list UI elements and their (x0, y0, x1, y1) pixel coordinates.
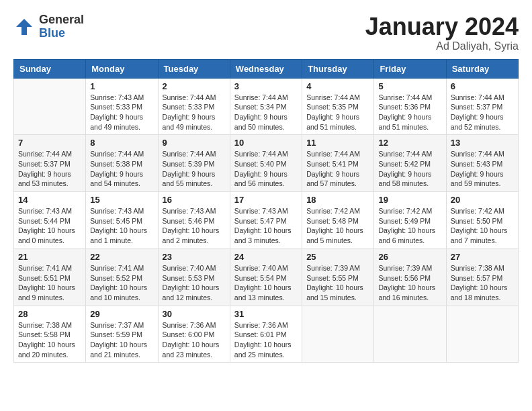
day-number: 23 (163, 252, 226, 262)
calendar-week-row: 28Sunrise: 7:38 AMSunset: 5:58 PMDayligh… (14, 306, 519, 363)
day-number: 20 (451, 195, 514, 205)
calendar-cell: 5Sunrise: 7:44 AMSunset: 5:36 PMDaylight… (374, 78, 446, 135)
day-detail: Sunrise: 7:44 AMSunset: 5:35 PMDaylight:… (306, 93, 369, 132)
day-number: 29 (90, 309, 153, 319)
logo-blue-text: Blue (39, 27, 84, 40)
day-number: 8 (90, 138, 153, 148)
calendar-cell: 7Sunrise: 7:44 AMSunset: 5:37 PMDaylight… (14, 135, 86, 192)
day-detail: Sunrise: 7:42 AMSunset: 5:49 PMDaylight:… (378, 206, 441, 246)
calendar-cell: 24Sunrise: 7:40 AMSunset: 5:54 PMDayligh… (230, 248, 302, 306)
calendar-cell: 2Sunrise: 7:44 AMSunset: 5:33 PMDaylight… (158, 78, 230, 135)
day-detail: Sunrise: 7:40 AMSunset: 5:54 PMDaylight:… (234, 263, 298, 303)
calendar-week-row: 7Sunrise: 7:44 AMSunset: 5:37 PMDaylight… (14, 135, 519, 192)
calendar-cell: 9Sunrise: 7:44 AMSunset: 5:39 PMDaylight… (158, 135, 230, 192)
calendar-cell: 1Sunrise: 7:43 AMSunset: 5:33 PMDaylight… (86, 78, 158, 135)
calendar-week-row: 21Sunrise: 7:41 AMSunset: 5:51 PMDayligh… (14, 248, 519, 306)
day-detail: Sunrise: 7:41 AMSunset: 5:51 PMDaylight:… (18, 263, 81, 303)
day-number: 9 (163, 138, 226, 148)
day-detail: Sunrise: 7:43 AMSunset: 5:46 PMDaylight:… (163, 206, 226, 246)
logo-general-text: General (39, 13, 84, 27)
calendar-cell: 16Sunrise: 7:43 AMSunset: 5:46 PMDayligh… (158, 192, 230, 249)
day-detail: Sunrise: 7:44 AMSunset: 5:42 PMDaylight:… (378, 149, 441, 189)
day-number: 21 (18, 252, 81, 262)
calendar-cell: 31Sunrise: 7:36 AMSunset: 6:01 PMDayligh… (230, 306, 302, 363)
calendar-cell: 28Sunrise: 7:38 AMSunset: 5:58 PMDayligh… (14, 306, 86, 363)
weekday-header-saturday: Saturday (446, 59, 518, 78)
calendar-cell: 26Sunrise: 7:39 AMSunset: 5:56 PMDayligh… (374, 248, 446, 306)
day-number: 31 (234, 309, 298, 319)
day-detail: Sunrise: 7:37 AMSunset: 5:59 PMDaylight:… (90, 320, 153, 360)
calendar-cell (446, 306, 518, 363)
day-number: 15 (90, 195, 153, 205)
day-number: 26 (378, 252, 441, 262)
calendar-week-row: 14Sunrise: 7:43 AMSunset: 5:44 PMDayligh… (14, 192, 519, 249)
day-number: 4 (306, 81, 369, 91)
day-number: 3 (234, 81, 298, 91)
calendar-cell: 15Sunrise: 7:43 AMSunset: 5:45 PMDayligh… (86, 192, 158, 249)
day-detail: Sunrise: 7:44 AMSunset: 5:40 PMDaylight:… (234, 149, 298, 189)
calendar-cell (302, 306, 374, 363)
day-detail: Sunrise: 7:42 AMSunset: 5:48 PMDaylight:… (306, 206, 369, 246)
day-detail: Sunrise: 7:43 AMSunset: 5:33 PMDaylight:… (90, 93, 153, 132)
calendar-cell (14, 78, 86, 135)
logo-icon (13, 16, 35, 38)
day-number: 11 (306, 138, 369, 148)
calendar-cell: 10Sunrise: 7:44 AMSunset: 5:40 PMDayligh… (230, 135, 302, 192)
day-number: 17 (234, 195, 298, 205)
calendar-cell: 12Sunrise: 7:44 AMSunset: 5:42 PMDayligh… (374, 135, 446, 192)
calendar-cell: 30Sunrise: 7:36 AMSunset: 6:00 PMDayligh… (158, 306, 230, 363)
day-detail: Sunrise: 7:39 AMSunset: 5:55 PMDaylight:… (306, 263, 369, 303)
main-title: January 2024 (365, 13, 519, 40)
day-number: 5 (378, 81, 441, 91)
calendar-cell: 13Sunrise: 7:44 AMSunset: 5:43 PMDayligh… (446, 135, 518, 192)
day-detail: Sunrise: 7:44 AMSunset: 5:36 PMDaylight:… (378, 93, 441, 132)
day-detail: Sunrise: 7:44 AMSunset: 5:41 PMDaylight:… (306, 149, 369, 189)
day-number: 10 (234, 138, 298, 148)
day-number: 18 (306, 195, 369, 205)
day-number: 14 (18, 195, 81, 205)
day-detail: Sunrise: 7:42 AMSunset: 5:50 PMDaylight:… (451, 206, 514, 246)
weekday-header-thursday: Thursday (302, 59, 374, 78)
calendar-cell: 3Sunrise: 7:44 AMSunset: 5:34 PMDaylight… (230, 78, 302, 135)
title-block: January 2024 Ad Daliyah, Syria (365, 13, 519, 52)
day-detail: Sunrise: 7:44 AMSunset: 5:38 PMDaylight:… (90, 149, 153, 189)
weekday-header-friday: Friday (374, 59, 446, 78)
calendar-cell: 17Sunrise: 7:43 AMSunset: 5:47 PMDayligh… (230, 192, 302, 249)
logo-text: General Blue (39, 13, 84, 40)
day-number: 1 (90, 81, 153, 91)
page-header: General Blue January 2024 Ad Daliyah, Sy… (13, 13, 519, 52)
day-detail: Sunrise: 7:43 AMSunset: 5:44 PMDaylight:… (18, 206, 81, 246)
weekday-header-sunday: Sunday (14, 59, 86, 78)
calendar-body: 1Sunrise: 7:43 AMSunset: 5:33 PMDaylight… (14, 78, 519, 363)
calendar-cell: 4Sunrise: 7:44 AMSunset: 5:35 PMDaylight… (302, 78, 374, 135)
day-detail: Sunrise: 7:40 AMSunset: 5:53 PMDaylight:… (163, 263, 226, 303)
day-detail: Sunrise: 7:41 AMSunset: 5:52 PMDaylight:… (90, 263, 153, 303)
day-number: 6 (451, 81, 514, 91)
day-number: 25 (306, 252, 369, 262)
day-detail: Sunrise: 7:38 AMSunset: 5:58 PMDaylight:… (18, 320, 81, 360)
day-number: 2 (163, 81, 226, 91)
day-number: 12 (378, 138, 441, 148)
calendar-table: SundayMondayTuesdayWednesdayThursdayFrid… (13, 59, 519, 363)
calendar-cell: 27Sunrise: 7:38 AMSunset: 5:57 PMDayligh… (446, 248, 518, 306)
calendar-cell: 11Sunrise: 7:44 AMSunset: 5:41 PMDayligh… (302, 135, 374, 192)
day-number: 13 (451, 138, 514, 148)
day-number: 30 (163, 309, 226, 319)
day-detail: Sunrise: 7:44 AMSunset: 5:33 PMDaylight:… (163, 93, 226, 132)
logo: General Blue (13, 13, 84, 40)
day-detail: Sunrise: 7:44 AMSunset: 5:37 PMDaylight:… (18, 149, 81, 189)
weekday-header-monday: Monday (86, 59, 158, 78)
day-detail: Sunrise: 7:44 AMSunset: 5:39 PMDaylight:… (163, 149, 226, 189)
day-detail: Sunrise: 7:36 AMSunset: 6:00 PMDaylight:… (163, 320, 226, 360)
day-number: 24 (234, 252, 298, 262)
day-number: 27 (451, 252, 514, 262)
calendar-cell: 18Sunrise: 7:42 AMSunset: 5:48 PMDayligh… (302, 192, 374, 249)
weekday-header-tuesday: Tuesday (158, 59, 230, 78)
weekday-header-row: SundayMondayTuesdayWednesdayThursdayFrid… (14, 59, 519, 78)
calendar-cell: 19Sunrise: 7:42 AMSunset: 5:49 PMDayligh… (374, 192, 446, 249)
day-number: 7 (18, 138, 81, 148)
calendar-week-row: 1Sunrise: 7:43 AMSunset: 5:33 PMDaylight… (14, 78, 519, 135)
day-number: 28 (18, 309, 81, 319)
day-number: 19 (378, 195, 441, 205)
calendar-cell: 6Sunrise: 7:44 AMSunset: 5:37 PMDaylight… (446, 78, 518, 135)
